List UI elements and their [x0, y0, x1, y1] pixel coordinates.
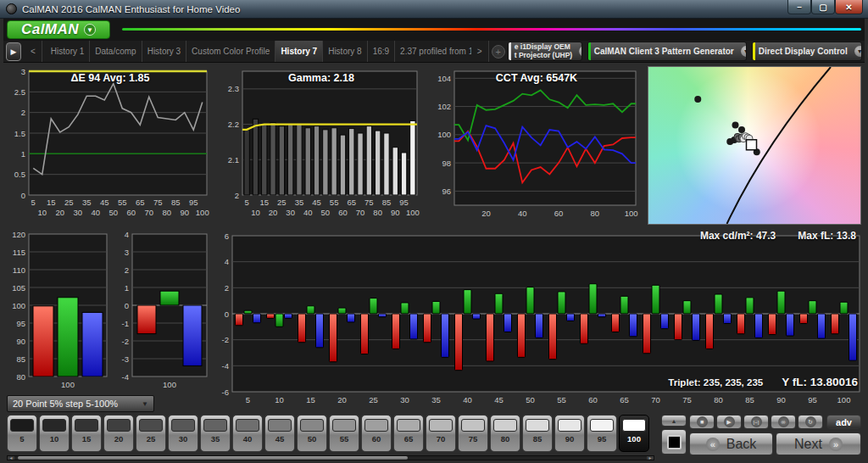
grayscale-level-45[interactable]: 45 [264, 415, 295, 452]
grayscale-level-50[interactable]: 50 [297, 415, 327, 452]
tab-strip: History 1Data/compHistory 3Custom Color … [46, 41, 471, 63]
tab-2-37-profiled-from-16-9[interactable]: 2.37 profiled from 16:9 [395, 41, 471, 62]
tab-history-1[interactable]: History 1 [46, 41, 90, 62]
stop-button[interactable]: ■ [689, 415, 715, 429]
stop-icon: ■ [697, 416, 708, 427]
level-swatch [268, 419, 292, 432]
tab-history-3[interactable]: History 3 [142, 41, 186, 62]
add-tab-button[interactable]: + [492, 45, 505, 59]
minimize-button[interactable]: – [787, 0, 811, 14]
steps-scrollbar[interactable]: ◄ ► [7, 455, 654, 460]
grayscale-level-20[interactable]: 20 [103, 415, 134, 452]
svg-text:-1: -1 [122, 319, 129, 328]
level-label: 40 [243, 434, 253, 443]
calman-menu-button[interactable]: CalMAN ▼ [7, 20, 110, 39]
svg-text:30: 30 [286, 208, 295, 217]
close-button[interactable]: ✕ [835, 0, 863, 14]
svg-text:90: 90 [391, 208, 400, 217]
tab-scroll-right[interactable]: > [471, 41, 489, 62]
grayscale-level-55[interactable]: 55 [329, 415, 359, 452]
svg-text:60: 60 [554, 209, 564, 218]
grayscale-level-75[interactable]: 75 [458, 415, 488, 452]
grayscale-level-70[interactable]: 70 [426, 415, 456, 452]
grayscale-level-95[interactable]: 95 [587, 415, 617, 452]
window-title: CalMAN 2016 CalMAN Enthusiast for Home V… [22, 4, 240, 14]
svg-text:85: 85 [745, 395, 754, 404]
grayscale-level-30[interactable]: 30 [168, 415, 198, 452]
svg-text:20: 20 [269, 208, 278, 217]
scroll-right-icon[interactable]: ► [647, 456, 654, 460]
svg-text:-4: -4 [222, 361, 229, 371]
svg-text:50: 50 [526, 395, 535, 404]
svg-text:102: 102 [437, 102, 451, 111]
panel-expand-button[interactable]: ▶ [6, 42, 21, 61]
meter-dropdown[interactable]: e i1Display OEM t Projector (UHP) ▼ [508, 42, 582, 61]
level-swatch [236, 419, 259, 432]
maximize-button[interactable]: ▢ [811, 0, 835, 14]
svg-text:45: 45 [494, 395, 504, 404]
advanced-button[interactable]: adv [826, 415, 861, 429]
level-swatch [107, 419, 131, 432]
svg-text:100: 100 [196, 208, 209, 217]
title-bar: CalMAN 2016 CalMAN Enthusiast for Home V… [0, 0, 868, 19]
loop-button[interactable]: ↻ [798, 415, 823, 429]
svg-text:100: 100 [61, 380, 75, 389]
svg-text:30: 30 [73, 208, 82, 217]
level-swatch [300, 419, 324, 432]
pattern-window-button[interactable] [661, 429, 687, 455]
panel-up-button[interactable]: ▲ [661, 415, 687, 427]
grayscale-level-5[interactable]: 5 [7, 415, 37, 452]
svg-text:15: 15 [259, 198, 269, 207]
tab-custom-color-profile[interactable]: Custom Color Profile [186, 41, 275, 62]
play-icon: ▶ [724, 416, 735, 427]
grayscale-level-40[interactable]: 40 [232, 415, 263, 452]
level-label: 55 [340, 434, 349, 443]
tab-history-8[interactable]: History 8 [323, 41, 367, 62]
next-button[interactable]: Next » [776, 432, 861, 455]
scroll-left-icon[interactable]: ◄ [8, 456, 14, 460]
pattern-preset-label: 20 Point 5% step 5-100% [8, 399, 142, 409]
svg-text:1: 1 [21, 149, 25, 159]
chevron-down-icon: ▼ [142, 400, 153, 408]
grayscale-level-100[interactable]: 100 [619, 415, 649, 452]
svg-text:85: 85 [171, 198, 181, 207]
svg-text:5: 5 [245, 198, 249, 207]
tab-history-7[interactable]: History 7 [275, 41, 323, 62]
play-button[interactable]: ▶ [716, 415, 742, 429]
level-label: 90 [565, 434, 575, 443]
grayscale-level-35[interactable]: 35 [200, 415, 231, 452]
grayscale-level-90[interactable]: 90 [554, 415, 585, 452]
svg-text:2: 2 [21, 108, 25, 117]
svg-text:80: 80 [162, 208, 171, 217]
svg-text:-3: -3 [122, 354, 129, 364]
svg-text:2.2: 2.2 [228, 120, 239, 129]
grayscale-level-80[interactable]: 80 [490, 415, 520, 452]
svg-text:45: 45 [100, 198, 109, 207]
grayscale-level-15[interactable]: 15 [71, 415, 102, 452]
continuous-measure-button[interactable]: ∞ [771, 415, 796, 429]
tab-16-9[interactable]: 16:9 [368, 41, 395, 62]
svg-text:2.3: 2.3 [228, 84, 239, 93]
level-label: 80 [501, 434, 510, 443]
tab-scroll-left[interactable]: < [25, 41, 42, 62]
scrollbar-thumb[interactable] [18, 456, 408, 460]
grayscale-level-65[interactable]: 65 [393, 415, 424, 452]
grayscale-level-25[interactable]: 25 [136, 415, 166, 452]
svg-text:15: 15 [306, 395, 315, 404]
display-dropdown[interactable]: Direct Display Control ▼ [752, 42, 862, 61]
svg-text:80: 80 [16, 372, 25, 382]
svg-text:80: 80 [373, 208, 382, 217]
svg-text:0: 0 [21, 191, 25, 200]
tab-data-comp[interactable]: Data/comp [90, 41, 142, 62]
grayscale-level-10[interactable]: 10 [39, 415, 70, 452]
source-dropdown[interactable]: CalMAN Client 3 Pattern Generator ▼ [587, 42, 747, 61]
level-swatch [429, 419, 453, 432]
svg-text:0: 0 [225, 310, 229, 319]
grayscale-level-60[interactable]: 60 [361, 415, 392, 452]
svg-text:25: 25 [277, 198, 287, 207]
grayscale-level-85[interactable]: 85 [522, 415, 553, 452]
svg-text:95: 95 [399, 198, 409, 207]
pattern-preset-dropdown[interactable]: 20 Point 5% step 5-100% ▼ [7, 395, 154, 412]
single-measure-button[interactable]: [−] [743, 415, 769, 429]
back-button[interactable]: « Back [689, 432, 773, 455]
